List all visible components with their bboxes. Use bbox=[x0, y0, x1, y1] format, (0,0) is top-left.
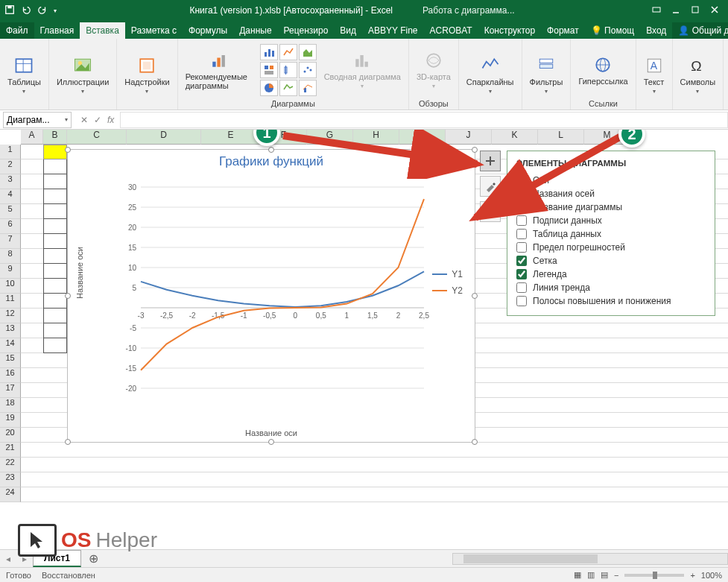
tab-layout[interactable]: Разметка с bbox=[125, 22, 183, 39]
view-break-icon[interactable]: ▤ bbox=[601, 570, 608, 580]
chart-element-option[interactable]: Линия тренда bbox=[516, 281, 706, 294]
svg-rect-19 bbox=[270, 66, 273, 69]
context-tab-title: Работа с диаграмма... bbox=[422, 5, 515, 16]
svg-line-73 bbox=[283, 136, 477, 164]
svg-text:2,5: 2,5 bbox=[419, 311, 429, 320]
undo-icon[interactable] bbox=[21, 4, 31, 17]
text-button[interactable]: AТекст▾ bbox=[641, 54, 668, 96]
illustrations-button[interactable]: Иллюстрации▾ bbox=[54, 54, 112, 96]
fx-icon[interactable]: fx bbox=[107, 115, 114, 125]
watermark-logo: OSHelper bbox=[18, 524, 157, 557]
svg-rect-4 bbox=[692, 7, 698, 13]
svg-rect-14 bbox=[221, 55, 224, 67]
sheet-nav-prev-icon[interactable]: ◂ bbox=[0, 554, 16, 564]
svg-text:5: 5 bbox=[132, 284, 136, 292]
svg-text:-1: -1 bbox=[241, 311, 247, 320]
svg-point-31 bbox=[427, 54, 440, 67]
chart-element-option[interactable]: Легенда bbox=[516, 268, 706, 281]
filters-button[interactable]: Фильтры▾ bbox=[527, 54, 566, 96]
zoom-in-icon[interactable]: + bbox=[690, 571, 694, 580]
svg-text:25: 25 bbox=[128, 203, 137, 212]
hyperlink-button[interactable]: Гиперссылка bbox=[575, 53, 630, 87]
svg-text:-20: -20 bbox=[126, 385, 137, 393]
tell-me[interactable]: 💡 Помощ bbox=[585, 22, 640, 39]
svg-text:A: A bbox=[650, 60, 657, 72]
svg-text:-2: -2 bbox=[189, 311, 196, 320]
chart-element-option[interactable]: Предел погрешностей bbox=[516, 241, 706, 254]
worksheet-grid[interactable]: ABCDEFGHIJKLM 12345678910111213141516171… bbox=[0, 130, 728, 554]
svg-text:0: 0 bbox=[293, 311, 297, 320]
chart-legend[interactable]: Y1 Y2 bbox=[432, 269, 463, 302]
formula-bar: Диаграм...▾ ✕ ✓ fx bbox=[0, 110, 728, 130]
tab-abbyy[interactable]: ABBYY Fine bbox=[362, 22, 423, 39]
maximize-icon[interactable] bbox=[691, 5, 700, 16]
svg-text:-5: -5 bbox=[130, 324, 136, 332]
cell-b2-yellow[interactable] bbox=[43, 145, 67, 159]
status-recovered: Восстановлен bbox=[42, 571, 95, 580]
zoom-out-icon[interactable]: − bbox=[614, 571, 618, 580]
enter-icon[interactable]: ✓ bbox=[94, 115, 101, 125]
svg-rect-2 bbox=[653, 7, 660, 12]
tab-review[interactable]: Рецензиро bbox=[278, 22, 335, 39]
chart-plot-area[interactable]: -20-15-10-551015202530-3-2,5-2-1,5-1-0,5… bbox=[111, 180, 431, 418]
tab-file[interactable]: Файл bbox=[0, 22, 34, 39]
combo-chart-icon bbox=[299, 80, 317, 96]
window-title: Книга1 (version 1).xlsb [Автосохраненный… bbox=[189, 5, 393, 16]
tab-insert[interactable]: Вставка bbox=[80, 22, 125, 39]
sign-in[interactable]: Вход bbox=[640, 22, 672, 39]
svg-rect-32 bbox=[539, 59, 553, 63]
formula-input[interactable] bbox=[120, 112, 728, 128]
svg-text:10: 10 bbox=[128, 264, 137, 272]
cancel-icon[interactable]: ✕ bbox=[80, 115, 88, 125]
redo-icon[interactable] bbox=[37, 4, 48, 17]
pivot-chart-button: Сводная диаграмма▾ bbox=[321, 48, 404, 91]
svg-text:-10: -10 bbox=[126, 344, 137, 352]
share-button[interactable]: 👤 Общий доступ bbox=[672, 22, 728, 39]
horizontal-scrollbar[interactable] bbox=[452, 553, 728, 565]
name-box[interactable]: Диаграм...▾ bbox=[3, 112, 72, 128]
tab-view[interactable]: Вид bbox=[334, 22, 362, 39]
tab-acrobat[interactable]: ACROBAT bbox=[424, 22, 478, 39]
tab-design[interactable]: Конструктор bbox=[478, 22, 541, 39]
symbols-button[interactable]: ΩСимволы▾ bbox=[677, 54, 719, 96]
close-icon[interactable] bbox=[710, 5, 719, 16]
tab-format[interactable]: Формат bbox=[541, 22, 585, 39]
chart-element-option[interactable]: Таблица данных bbox=[516, 227, 706, 241]
qat-dropdown-icon[interactable]: ▾ bbox=[54, 7, 57, 14]
svg-point-25 bbox=[309, 69, 311, 71]
view-page-icon[interactable]: ▥ bbox=[587, 570, 595, 580]
svg-rect-1 bbox=[7, 5, 11, 8]
x-axis-label[interactable]: Название оси bbox=[68, 428, 475, 437]
svg-text:2: 2 bbox=[396, 311, 401, 320]
tab-formulas[interactable]: Формулы bbox=[183, 22, 233, 39]
addins-button[interactable]: Надстройки▾ bbox=[121, 54, 172, 96]
chart-object[interactable]: Графики функций Название оси -20-15-10-5… bbox=[67, 149, 475, 443]
line-chart-icon bbox=[279, 44, 297, 60]
recommended-charts-button[interactable]: Рекомендуемые диаграммы bbox=[183, 48, 256, 92]
zoom-level[interactable]: 100% bbox=[701, 571, 722, 580]
svg-rect-18 bbox=[265, 66, 268, 69]
chart-type-gallery[interactable] bbox=[260, 44, 317, 96]
sparklines-button[interactable]: Спарклайны▾ bbox=[463, 54, 517, 96]
save-icon[interactable] bbox=[4, 4, 15, 17]
svg-line-74 bbox=[475, 136, 622, 218]
cursor-icon bbox=[18, 524, 57, 557]
view-normal-icon[interactable]: ▦ bbox=[574, 570, 581, 580]
tab-home[interactable]: Главная bbox=[34, 22, 80, 39]
svg-rect-11 bbox=[143, 62, 151, 70]
chart-element-option[interactable]: Полосы повышения и понижения bbox=[516, 294, 706, 308]
svg-rect-12 bbox=[212, 61, 215, 66]
row-headers[interactable]: 123456789101112131415161718192021222324 bbox=[0, 145, 21, 502]
svg-point-23 bbox=[303, 70, 306, 72]
svg-rect-16 bbox=[268, 49, 270, 57]
ribbon-tabs: Файл Главная Вставка Разметка с Формулы … bbox=[0, 21, 728, 39]
chart-element-option[interactable]: Сетка bbox=[516, 254, 706, 268]
3d-map-button: 3D-карта▾ bbox=[414, 48, 454, 91]
tab-data[interactable]: Данные bbox=[233, 22, 277, 39]
ribbon-display-icon[interactable] bbox=[652, 5, 661, 16]
svg-rect-33 bbox=[539, 64, 553, 68]
y-axis-label[interactable]: Название оси bbox=[75, 247, 84, 299]
tables-button[interactable]: Таблицы▾ bbox=[4, 54, 44, 96]
minimize-icon[interactable] bbox=[671, 5, 680, 16]
zoom-slider[interactable] bbox=[624, 574, 684, 577]
